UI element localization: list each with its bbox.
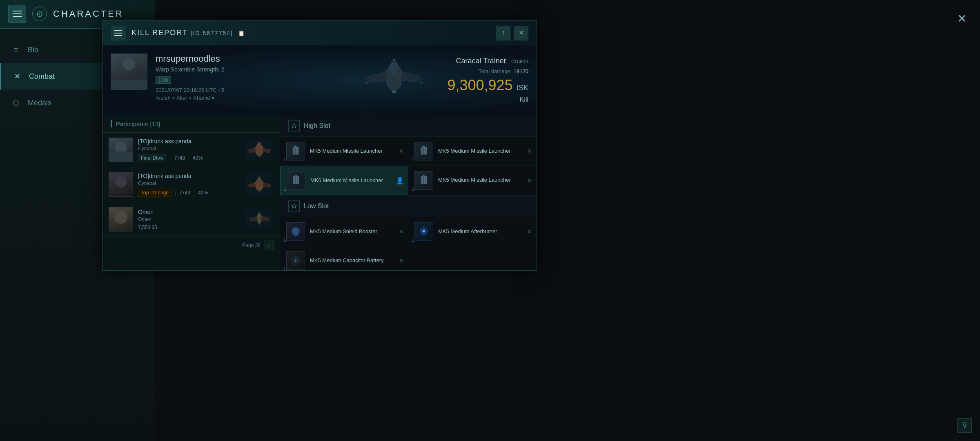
kill-info-section: mrsupernoodles Warp Scramble Strength: 2… (102, 45, 537, 115)
participant-stats: Top Damage | 7743 | 40% (138, 189, 240, 197)
export-button[interactable]: ⤴ (496, 26, 510, 40)
item-name: MK5 Medium Missile Launcher (438, 176, 511, 184)
participant-ship-icon (245, 174, 274, 196)
participant-ship-icon (245, 208, 274, 231)
close-icon[interactable]: ✕ (527, 228, 532, 235)
high-slot-section: High Slot 1 (280, 115, 537, 196)
person-icon: ≡ (10, 44, 22, 56)
pilot-avatar (111, 53, 147, 90)
damage-percent: 40% (193, 155, 203, 161)
participant-avatar (109, 207, 133, 232)
item-icon (414, 222, 433, 241)
item-icon: + (286, 251, 305, 270)
item-icon (287, 171, 305, 190)
damage-value: 7743 (174, 155, 185, 161)
high-slot-title: High Slot (304, 122, 330, 129)
svg-marker-16 (257, 212, 262, 225)
item-icon (286, 142, 305, 160)
pilot-details: mrsupernoodles Warp Scramble Strength: 2… (156, 53, 341, 107)
participant-corp: Cynabal (138, 146, 240, 151)
modal-actions: ⤴ ✕ (496, 26, 528, 40)
svg-marker-15 (263, 183, 271, 187)
item-name: MK5 Medium Missile Launcher (310, 147, 383, 155)
slot-item[interactable]: 1 + MK5 Medium Capacitor Battery ✕ (280, 246, 408, 270)
main-close-button[interactable]: ✕ (951, 8, 972, 29)
participant-name: [TO]drunk ass panda (138, 138, 240, 145)
item-name: MK5 Medium Afterburner (438, 228, 497, 235)
svg-rect-29 (296, 176, 299, 184)
filter-button[interactable]: ⊽ (957, 418, 972, 433)
slot-item-highlighted[interactable]: 1 MK5 Medium Missile Launcher 👤 (280, 166, 408, 195)
close-icon: ✕ (519, 29, 524, 37)
equipment-panel: High Slot 1 (280, 115, 537, 270)
slot-item[interactable]: 1 MK5 Medium Missile Launcher ✕ (408, 137, 537, 166)
page-info: Page 38 (242, 243, 261, 248)
top-damage-badge: Top Damage (138, 189, 172, 197)
participant-avatar (109, 138, 133, 162)
close-icon[interactable]: ✕ (527, 148, 532, 154)
svg-point-6 (392, 91, 396, 93)
svg-marker-13 (255, 176, 263, 192)
final-blow-badge: Final Blow (138, 154, 166, 162)
close-icon[interactable]: ✕ (399, 257, 404, 264)
modal-id: [ID:5677754] (191, 30, 233, 36)
item-name: MK5 Medium Shield Booster (310, 228, 377, 235)
svg-marker-22 (294, 145, 297, 147)
isk-label: ISK (517, 84, 528, 92)
sidebar-item-label: Combat (29, 72, 55, 81)
svg-marker-34 (422, 175, 425, 176)
item-qty: 1 (283, 267, 286, 270)
participant-item[interactable]: [TO]drunk ass panda Cynabal Top Damage |… (102, 167, 280, 202)
svg-marker-17 (249, 216, 258, 221)
ship-thumbnail (246, 174, 273, 195)
kill-date: 2021/07/07 20:16:26 UTC +5 (156, 87, 341, 93)
close-icon[interactable]: ✕ (399, 148, 404, 154)
slot-item[interactable]: 1 MK5 Medium Shield Booster ✕ (280, 217, 408, 246)
svg-rect-21 (296, 147, 298, 154)
svg-point-38 (423, 231, 425, 232)
participant-item[interactable]: [TO]drunk ass panda Cynabal Final Blow |… (102, 133, 280, 167)
isk-value: 9,300,925 (447, 77, 512, 94)
close-icon[interactable]: ✕ (399, 228, 404, 235)
person-icon: 👤 (396, 177, 404, 185)
star-icon: ⬡ (10, 97, 22, 109)
svg-marker-14 (248, 183, 256, 187)
participants-footer: Page 38 › (102, 237, 280, 254)
slot-item[interactable]: 1 MK5 Medium Missile Launcher ✕ (408, 166, 537, 195)
ship-thumbnail (246, 140, 273, 160)
modal-header: KILL REPORT [ID:5677754] 📋 ⤴ ✕ (102, 21, 537, 45)
close-modal-button[interactable]: ✕ (514, 26, 528, 40)
damage-percent: 40% (198, 190, 208, 196)
item-icon (286, 222, 305, 241)
participant-avatar (109, 172, 133, 197)
ship-name: Caracal Trainer (456, 57, 506, 65)
close-icon[interactable]: ✕ (527, 177, 532, 184)
ship-thumbnail (246, 209, 273, 229)
slot-item[interactable]: 1 MK5 Medium Afterburner ✕ (408, 217, 537, 246)
modal-menu-button[interactable] (111, 26, 125, 40)
ship-visual (349, 53, 439, 107)
participant-stats: Final Blow | 7743 | 40% (138, 154, 240, 162)
slot-item[interactable]: 1 MK5 Medium Missile Launcher ✕ (280, 137, 408, 166)
svg-rect-33 (424, 176, 427, 184)
menu-button[interactable] (8, 5, 26, 23)
total-damage-label: Total damage: (479, 68, 512, 74)
high-slot-header: High Slot (280, 115, 537, 137)
svg-marker-26 (422, 145, 425, 147)
next-page-button[interactable]: › (264, 241, 274, 250)
item-qty: 1 (283, 238, 286, 243)
participants-count: [13] (150, 120, 160, 127)
header-accent (111, 120, 112, 127)
modal-title: KILL REPORT [ID:5677754] 📋 (131, 29, 490, 37)
damage-value: 7,553.65 (138, 225, 157, 230)
svg-point-8 (421, 82, 423, 84)
svg-marker-10 (255, 142, 263, 157)
character-icon: ⊙ (32, 7, 47, 21)
kill-report-modal: KILL REPORT [ID:5677754] 📋 ⤴ ✕ mrsuperno… (102, 20, 537, 271)
participant-item[interactable]: Omen Omen 7,553.65 (102, 202, 280, 237)
low-slot-title: Low Slot (304, 203, 329, 210)
sidebar-item-label: Medals (28, 99, 51, 107)
high-slot-icon (288, 120, 300, 131)
kill-type-label: Kill (447, 96, 528, 103)
item-name: MK5 Medium Missile Launcher (438, 147, 511, 155)
